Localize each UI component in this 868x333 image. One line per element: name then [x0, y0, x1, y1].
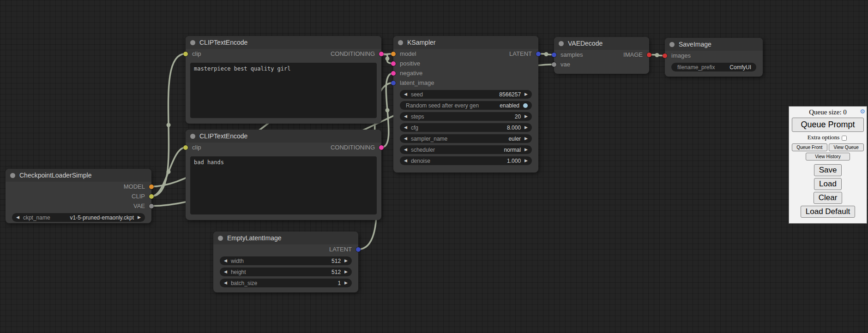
load-default-button[interactable]: Load Default	[801, 206, 855, 218]
slot-row-clip: CLIP	[6, 191, 151, 201]
vae-input-dot[interactable]	[552, 62, 556, 67]
images-input-dot[interactable]	[663, 54, 667, 58]
decrement-arrow-icon[interactable]: ◀	[224, 270, 227, 274]
toggle-enabled-dot[interactable]	[523, 103, 528, 108]
image-output-dot[interactable]	[647, 53, 651, 57]
denoise-widget[interactable]: ◀ denoise 1.000 ▶	[400, 156, 532, 165]
samples-input-dot[interactable]	[552, 53, 556, 57]
scheduler-widget[interactable]: ◀ scheduler normal ▶	[400, 145, 532, 154]
node-empty-latent-image[interactable]: EmptyLatentImage LATENT ◀ width 512 ▶ ◀ …	[213, 232, 358, 292]
increment-arrow-icon[interactable]: ▶	[524, 137, 528, 141]
settings-gear-icon[interactable]: ⚙	[860, 108, 865, 115]
decrement-arrow-icon[interactable]: ◀	[404, 114, 407, 119]
cfg-widget[interactable]: ◀ cfg 8.000 ▶	[400, 123, 532, 132]
steps-widget[interactable]: ◀ steps 20 ▶	[400, 112, 532, 121]
node-title-bar[interactable]: CLIPTextEncode	[186, 36, 381, 49]
model-input-dot[interactable]	[391, 52, 396, 56]
increment-arrow-icon[interactable]: ▶	[344, 270, 348, 274]
conditioning-output-dot[interactable]	[379, 145, 384, 150]
filename-prefix-widget[interactable]: filename_prefix ComfyUI	[671, 63, 756, 71]
vae-output-dot[interactable]	[149, 204, 154, 208]
increment-arrow-icon[interactable]: ▶	[524, 148, 528, 152]
input-slot-label: samples	[561, 51, 583, 58]
node-collapse-dot[interactable]	[669, 42, 675, 47]
sampler-name-widget[interactable]: ◀ sampler_name euler ▶	[400, 134, 532, 143]
node-save-image[interactable]: SaveImage images filename_prefix ComfyUI	[665, 38, 763, 77]
view-queue-button[interactable]: View Queue	[829, 143, 864, 151]
node-clip-text-encode-positive[interactable]: CLIPTextEncode clip CONDITIONING masterp…	[186, 36, 381, 124]
positive-input-dot[interactable]	[391, 61, 396, 66]
node-clip-text-encode-negative[interactable]: CLIPTextEncode clip CONDITIONING bad han…	[186, 130, 381, 220]
node-collapse-dot[interactable]	[218, 236, 223, 241]
node-ksampler[interactable]: KSampler model LATENT positive negative …	[393, 36, 538, 172]
negative-input-dot[interactable]	[391, 71, 396, 76]
decrement-arrow-icon[interactable]: ◀	[224, 281, 227, 285]
seed-widget[interactable]: ◀ seed 8566257 ▶	[400, 90, 532, 99]
node-title-bar[interactable]: CheckpointLoaderSimple	[6, 169, 151, 182]
link-midpoint-dot[interactable]	[386, 57, 390, 61]
widget-label: height	[231, 269, 246, 275]
latent-output-dot[interactable]	[356, 247, 361, 252]
node-title: EmptyLatentImage	[227, 234, 282, 242]
link-midpoint-dot[interactable]	[544, 52, 549, 56]
decrement-arrow-icon[interactable]: ◀	[404, 137, 407, 141]
node-title-bar[interactable]: VAEDecode	[554, 37, 649, 50]
node-collapse-dot[interactable]	[190, 134, 195, 139]
clip-output-dot[interactable]	[149, 194, 154, 199]
node-title: CLIPTextEncode	[199, 39, 247, 46]
decrement-arrow-icon[interactable]: ◀	[404, 125, 407, 130]
increment-arrow-icon[interactable]: ▶	[524, 114, 528, 119]
clip-input-dot[interactable]	[183, 145, 188, 150]
ckpt-name-combo-widget[interactable]: ◀ ckpt_name v1-5-pruned-emaonly.ckpt ▶	[12, 213, 145, 222]
node-collapse-dot[interactable]	[559, 41, 564, 46]
random-seed-toggle-widget[interactable]: Random seed after every gen enabled	[400, 101, 532, 110]
decrement-arrow-icon[interactable]: ◀	[404, 159, 407, 163]
extra-options-checkbox[interactable]	[842, 136, 847, 141]
decrement-arrow-icon[interactable]: ◀	[224, 259, 227, 263]
batch-size-widget[interactable]: ◀ batch_size 1 ▶	[220, 279, 352, 287]
node-vae-decode[interactable]: VAEDecode samples IMAGE vae	[554, 37, 649, 74]
clip-input-dot[interactable]	[183, 52, 188, 56]
link-midpoint-dot[interactable]	[386, 108, 390, 113]
node-checkpoint-loader-simple[interactable]: CheckpointLoaderSimple MODEL CLIP VAE ◀ …	[6, 169, 151, 223]
height-widget[interactable]: ◀ height 512 ▶	[220, 268, 352, 276]
prompt-textarea[interactable]: bad hands	[190, 156, 377, 214]
node-collapse-dot[interactable]	[398, 40, 403, 45]
queue-prompt-button[interactable]: Queue Prompt	[792, 118, 864, 132]
output-slot-label: LATENT	[329, 246, 352, 253]
node-title-bar[interactable]: SaveImage	[665, 38, 763, 51]
increment-arrow-icon[interactable]: ▶	[138, 215, 141, 220]
link-midpoint-dot[interactable]	[167, 170, 171, 174]
comfy-menu-panel: Queue size: 0 ⚙ Queue Prompt Extra optio…	[789, 106, 867, 224]
conditioning-output-dot[interactable]	[379, 52, 384, 56]
latent-output-dot[interactable]	[536, 52, 541, 56]
link-midpoint-dot[interactable]	[655, 53, 659, 57]
decrement-arrow-icon[interactable]: ◀	[16, 215, 19, 220]
prompt-textarea[interactable]: masterpiece best quality girl	[190, 63, 377, 118]
latent-image-input-dot[interactable]	[391, 81, 396, 85]
view-history-button[interactable]: View History	[806, 153, 850, 161]
model-output-dot[interactable]	[149, 184, 154, 189]
increment-arrow-icon[interactable]: ▶	[524, 125, 528, 130]
widget-value: 512	[246, 269, 341, 275]
save-button[interactable]: Save	[814, 164, 842, 176]
width-widget[interactable]: ◀ width 512 ▶	[220, 256, 352, 265]
node-title-bar[interactable]: KSampler	[393, 36, 538, 49]
output-slot-label: CONDITIONING	[331, 144, 375, 151]
node-collapse-dot[interactable]	[190, 40, 195, 45]
increment-arrow-icon[interactable]: ▶	[344, 259, 348, 263]
increment-arrow-icon[interactable]: ▶	[344, 281, 348, 285]
decrement-arrow-icon[interactable]: ◀	[404, 92, 407, 96]
widget-value: v1-5-pruned-emaonly.ckpt	[50, 214, 134, 221]
increment-arrow-icon[interactable]: ▶	[524, 92, 528, 96]
increment-arrow-icon[interactable]: ▶	[524, 159, 528, 163]
decrement-arrow-icon[interactable]: ◀	[404, 148, 407, 152]
slot-row-vae: vae	[554, 59, 649, 69]
node-collapse-dot[interactable]	[10, 173, 15, 178]
load-button[interactable]: Load	[814, 178, 842, 190]
node-title-bar[interactable]: EmptyLatentImage	[213, 232, 358, 244]
clear-button[interactable]: Clear	[814, 192, 843, 204]
node-title-bar[interactable]: CLIPTextEncode	[186, 130, 381, 143]
queue-front-button[interactable]: Queue Front	[792, 143, 827, 151]
link-midpoint-dot[interactable]	[167, 123, 171, 127]
